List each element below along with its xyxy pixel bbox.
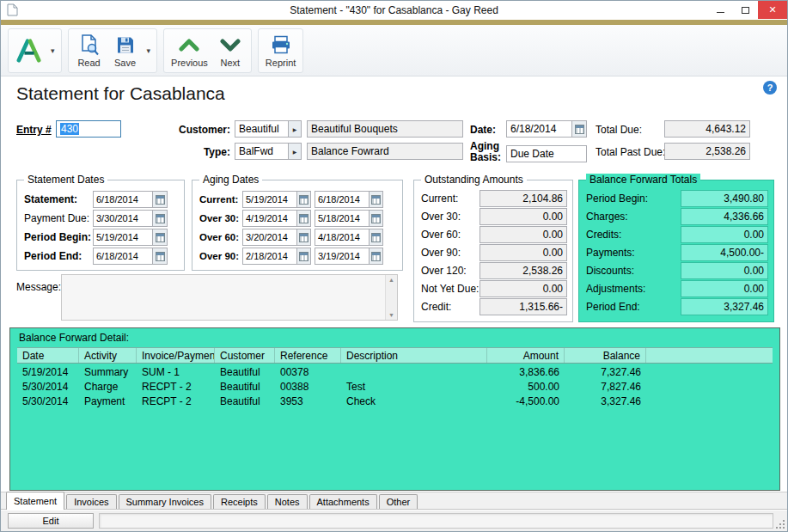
tab-receipts[interactable]: Receipts <box>213 494 266 509</box>
calendar-button[interactable] <box>296 229 310 245</box>
tab-invoices[interactable]: Invoices <box>66 494 116 509</box>
calendar-button[interactable] <box>369 192 382 207</box>
statement-form: Entry # 430 Customer: Beautiful ▶ Beauti… <box>1 114 787 169</box>
column-header-activity[interactable]: Activity <box>79 348 137 363</box>
message-textarea[interactable]: ▲ ▼ <box>61 274 398 321</box>
save-dropdown[interactable]: ▾ <box>144 46 155 55</box>
calendar-button[interactable] <box>369 229 382 245</box>
calendar-button[interactable] <box>369 248 382 264</box>
toolbar-group-print: Reprint <box>258 28 303 73</box>
cell-amount: 3,836.66 <box>487 366 565 378</box>
entry-input[interactable]: 430 <box>56 120 121 138</box>
scroll-down-icon[interactable]: ▼ <box>388 312 394 318</box>
previous-button[interactable]: Previous <box>167 30 212 71</box>
payment-due-label: Payment Due: <box>24 212 93 224</box>
calendar-button[interactable] <box>296 248 310 264</box>
cell-date: 5/30/2014 <box>17 381 79 393</box>
aging-current-to[interactable]: 6/18/2014 <box>315 191 383 208</box>
message-scrollbar[interactable]: ▲ ▼ <box>385 275 397 320</box>
save-button[interactable]: Save <box>107 30 144 71</box>
type-lookup-button[interactable]: ▶ <box>288 144 301 159</box>
table-row[interactable]: 5/19/2014 Summary SUM - 1 Beautiful 0037… <box>17 364 773 379</box>
customer-name: Beautiful Bouquets <box>311 123 398 135</box>
calendar-button[interactable] <box>152 229 167 245</box>
reprint-button[interactable]: Reprint <box>261 30 300 71</box>
save-icon <box>116 34 135 57</box>
column-header-reference[interactable]: Reference <box>275 348 341 363</box>
bf-payments-label: Payments: <box>586 247 681 259</box>
date-calendar-button[interactable] <box>571 121 586 137</box>
cell-reference: 3953 <box>275 395 341 407</box>
bf-adjustments-field: 0.00 <box>681 280 768 297</box>
close-icon: ✕ <box>768 4 776 15</box>
payment-due-input[interactable]: 3/30/2014 <box>93 210 168 227</box>
statement-date-input[interactable]: 6/18/2014 <box>93 191 168 208</box>
aging-over30-to[interactable]: 5/18/2014 <box>315 210 383 227</box>
next-button[interactable]: Next <box>212 30 248 71</box>
oa-over120-value: 2,538.26 <box>522 265 563 277</box>
scroll-up-icon[interactable]: ▲ <box>388 277 394 283</box>
aging-over60-to[interactable]: 4/18/2014 <box>315 229 383 246</box>
tab-other[interactable]: Other <box>379 494 418 509</box>
close-button[interactable]: ✕ <box>758 1 787 19</box>
customer-lookup-button[interactable]: ▶ <box>288 121 301 137</box>
reprint-icon <box>271 34 291 57</box>
aging-over60-from[interactable]: 3/20/2014 <box>242 229 311 246</box>
aging-basis-input[interactable]: Due Date <box>506 145 587 162</box>
resize-grip[interactable] <box>774 518 785 529</box>
aging-over30-from[interactable]: 4/19/2014 <box>242 210 311 227</box>
calendar-icon <box>299 252 308 261</box>
bf-credits-value: 0.00 <box>744 229 764 241</box>
type-combo[interactable]: BalFwd ▶ <box>235 143 302 160</box>
oa-over60-value: 0.00 <box>543 229 563 241</box>
app-logo-button[interactable] <box>11 30 47 71</box>
maximize-button[interactable] <box>733 1 758 19</box>
minimize-icon <box>717 12 724 13</box>
help-button[interactable]: ? <box>763 81 777 95</box>
aging-over90-from[interactable]: 2/18/2014 <box>242 248 311 265</box>
combo-arrow-icon: ▶ <box>293 126 297 132</box>
column-header-invoice-payment[interactable]: Invoice/Payment <box>137 348 215 363</box>
calendar-button[interactable] <box>152 248 167 264</box>
table-row[interactable]: 5/30/2014 Charge RECPT - 2 Beautiful 003… <box>17 379 773 394</box>
status-message-area <box>99 513 773 529</box>
aging-over90-to[interactable]: 3/19/2014 <box>315 248 383 265</box>
period-begin-input[interactable]: 5/19/2014 <box>93 229 168 246</box>
customer-combo[interactable]: Beautiful ▶ <box>235 120 302 138</box>
date-value: 3/20/2014 <box>243 232 296 242</box>
reprint-label: Reprint <box>266 58 296 68</box>
tab-attachments[interactable]: Attachments <box>309 494 377 509</box>
cell-invoice-payment: SUM - 1 <box>137 366 215 378</box>
total-past-due-value: 2,538.26 <box>706 145 746 157</box>
calendar-icon <box>156 233 165 242</box>
column-header-description[interactable]: Description <box>341 348 487 363</box>
minimize-button[interactable] <box>708 1 733 19</box>
calendar-button[interactable] <box>296 211 310 226</box>
column-header-balance[interactable]: Balance <box>565 348 646 363</box>
toolbar-group-nav: Previous Next <box>163 28 252 73</box>
edit-button[interactable]: Edit <box>8 513 94 529</box>
app-menu-dropdown[interactable]: ▾ <box>47 46 58 55</box>
column-header-customer[interactable]: Customer <box>215 348 275 363</box>
bf-period-begin-value: 3,490.80 <box>724 193 764 205</box>
previous-label: Previous <box>171 58 208 68</box>
period-end-input[interactable]: 6/18/2014 <box>93 248 168 265</box>
calendar-button[interactable] <box>369 211 382 226</box>
table-row[interactable]: 5/30/2014 Payment RECPT - 2 Beautiful 39… <box>17 394 773 408</box>
cell-balance: 7,827.46 <box>565 381 646 393</box>
tab-summary-invoices[interactable]: Summary Invoices <box>119 494 211 509</box>
date-value: 4/18/2014 <box>315 232 369 242</box>
column-header-date[interactable]: Date <box>17 348 79 363</box>
calendar-button[interactable] <box>152 211 167 226</box>
tab-notes[interactable]: Notes <box>267 494 308 509</box>
date-input[interactable]: 6/18/2014 <box>506 120 587 138</box>
column-header-amount[interactable]: Amount <box>487 348 565 363</box>
calendar-button[interactable] <box>152 192 167 207</box>
calendar-button[interactable] <box>296 192 310 207</box>
oa-notyetdue-value: 0.00 <box>543 283 563 295</box>
read-button[interactable]: Read <box>71 30 107 71</box>
aging-current-from[interactable]: 5/19/2014 <box>242 191 311 208</box>
aging-basis-label-line2: Basis: <box>470 151 501 163</box>
total-due-field: 4,643.12 <box>664 120 750 138</box>
tab-statement[interactable]: Statement <box>6 492 64 510</box>
